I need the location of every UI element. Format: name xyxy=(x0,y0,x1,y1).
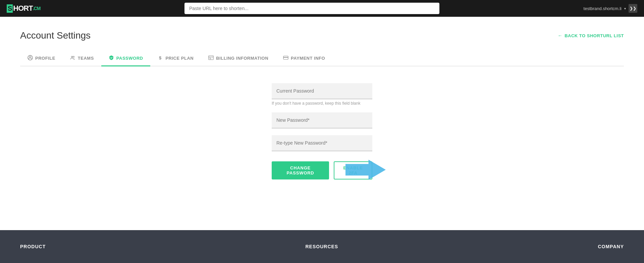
chevron-down-icon[interactable]: ▾ xyxy=(624,7,626,10)
svg-point-3 xyxy=(73,56,74,58)
page-title: Account Settings xyxy=(20,30,91,41)
svg-text:$: $ xyxy=(159,55,162,60)
svg-rect-5 xyxy=(209,56,213,60)
current-password-group: If you don't have a password, keep this … xyxy=(272,83,372,106)
url-input[interactable] xyxy=(184,3,439,14)
tab-payment[interactable]: PAYMENT INFO xyxy=(276,51,332,66)
footer-columns: PRODUCT RESOURCES COMPANY xyxy=(20,244,624,250)
panel-toggle-icon[interactable]: ❯❯ xyxy=(629,4,637,13)
tab-password[interactable]: PASSWORD xyxy=(101,51,151,66)
tab-teams-label: TEAMS xyxy=(78,56,94,61)
retype-password-group xyxy=(272,135,372,151)
new-password-input[interactable] xyxy=(272,112,372,128)
change-password-button[interactable]: CHANGE PASSWORD xyxy=(272,161,329,179)
tab-billing[interactable]: BILLING INFORMATION xyxy=(201,51,276,66)
new-password-group xyxy=(272,112,372,128)
footer-company-title: COMPANY xyxy=(598,244,624,249)
retype-password-input[interactable] xyxy=(272,135,372,151)
payment-icon xyxy=(283,55,288,61)
tab-price-plan[interactable]: $ PRICE PLAN xyxy=(150,51,201,66)
svg-marker-11 xyxy=(345,160,386,180)
back-to-shorturl-link[interactable]: ← BACK TO SHORTURL LIST xyxy=(558,33,624,38)
billing-icon xyxy=(208,55,214,61)
page-header: Account Settings ← BACK TO SHORTURL LIST xyxy=(20,30,624,41)
tab-profile[interactable]: PROFILE xyxy=(20,51,63,66)
back-link-label: BACK TO SHORTURL LIST xyxy=(565,33,624,38)
tab-price-plan-label: PRICE PLAN xyxy=(165,56,194,61)
logo[interactable]: SHORT.CM xyxy=(7,4,40,13)
btn-row: CHANGE PASSWORD ENABLE 2FA xyxy=(272,161,372,179)
tab-billing-label: BILLING INFORMATION xyxy=(216,56,268,61)
logo-short: HORT xyxy=(13,4,33,13)
password-icon xyxy=(109,55,114,61)
tab-payment-label: PAYMENT INFO xyxy=(291,56,325,61)
profile-icon xyxy=(28,55,33,61)
footer-col-company: COMPANY xyxy=(598,244,624,250)
header-right: testbrand.shortcm.li ▾ ❯❯ xyxy=(584,4,637,13)
logo-bracket: S xyxy=(7,4,13,13)
logo-cm: .CM xyxy=(33,6,41,11)
url-bar-container xyxy=(184,3,439,14)
domain-label: testbrand.shortcm.li xyxy=(584,6,622,11)
tabs-bar: PROFILE TEAMS PASSWORD xyxy=(20,51,624,66)
footer-product-title: PRODUCT xyxy=(20,244,46,249)
price-plan-icon: $ xyxy=(158,55,163,61)
back-arrow-icon: ← xyxy=(558,33,563,38)
header: SHORT.CM testbrand.shortcm.li ▾ ❯❯ xyxy=(0,0,644,17)
svg-point-2 xyxy=(71,56,72,58)
tab-teams[interactable]: TEAMS xyxy=(63,51,101,66)
footer-resources-title: RESOURCES xyxy=(306,244,338,249)
svg-rect-9 xyxy=(283,56,288,59)
current-password-input[interactable] xyxy=(272,83,372,99)
tab-password-label: PASSWORD xyxy=(116,56,143,61)
footer-col-product: PRODUCT xyxy=(20,244,46,250)
teams-icon xyxy=(70,55,75,61)
footer-col-resources: RESOURCES xyxy=(306,244,338,250)
svg-point-1 xyxy=(30,56,31,58)
main-content: Account Settings ← BACK TO SHORTURL LIST… xyxy=(0,17,644,230)
current-password-hint: If you don't have a password, keep this … xyxy=(272,101,372,106)
footer: PRODUCT RESOURCES COMPANY xyxy=(0,230,644,263)
tab-profile-label: PROFILE xyxy=(35,56,55,61)
arrow-annotation xyxy=(345,160,386,181)
password-form: If you don't have a password, keep this … xyxy=(272,83,372,179)
